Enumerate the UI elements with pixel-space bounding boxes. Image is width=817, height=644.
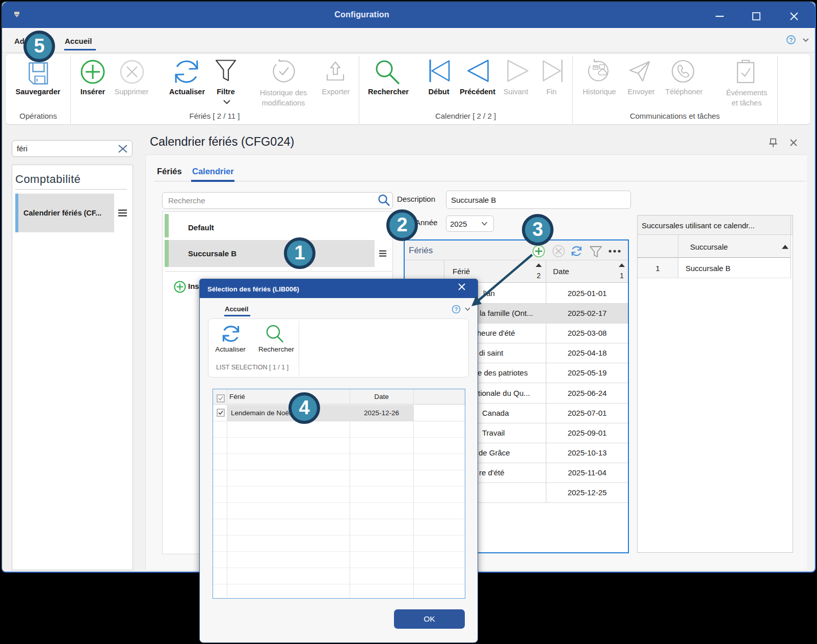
svg-text:1: 1 — [620, 272, 624, 280]
svg-text:?: ? — [455, 306, 458, 312]
